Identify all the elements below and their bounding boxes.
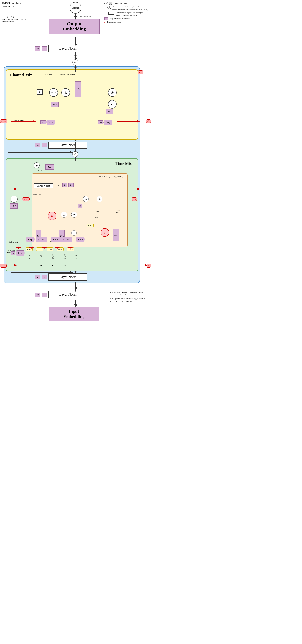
lora-k: Lora — [47, 248, 53, 251]
channel-mix-label: Channel Mix — [10, 73, 32, 77]
lj-bj-params: lⱼ bⱼ — [62, 183, 74, 187]
square-relu-label: Square ReLU (3.5x model dimension) — [45, 74, 75, 76]
mu-x-group: μₓ Lerp — [11, 250, 25, 256]
sigma-circle: σ — [108, 100, 117, 108]
uj-param: uⱼ — [78, 204, 82, 208]
a-t-minus1-j-left: aₜ₋₁,ⱼ — [22, 197, 30, 201]
wkv-heads-label: WKV Heads j in range(D/64) — [98, 175, 123, 178]
a-t-j-right: aₜ,ⱼ — [132, 197, 137, 201]
x-prime-t-minus1-label: x′ₜ₋₁ — [0, 119, 7, 123]
circle-a-wvj: a — [100, 228, 109, 237]
top-b-param: b — [42, 46, 47, 51]
channel-layer-norm: Layer Norm — [48, 142, 87, 149]
diagram-title: RWKV in one diagram (RWKV-6.0) — [2, 2, 23, 8]
lerp-k: Lerp — [51, 237, 60, 242]
input-embedding-box: InputEmbedding — [49, 306, 99, 322]
time-b-param: b — [42, 275, 47, 279]
pre-w-param: w — [35, 292, 41, 297]
t-circle: T — [71, 230, 77, 236]
circle-a-state: a — [48, 212, 56, 220]
lerp-v: Lerp — [76, 237, 85, 242]
plus-circle-mid: ⊕ — [72, 151, 78, 157]
wk-prime-matrix: W′ₖ — [51, 102, 59, 107]
lora-g: Lora — [26, 248, 33, 251]
token-shift-time-label: Token Shift — [9, 240, 19, 243]
lerp-r: Lerp — [38, 237, 47, 242]
legend-arrows: - Arrows and rounded rectangles: vectors… — [112, 6, 149, 11]
grkwv-labels: G R K W V — [25, 264, 81, 267]
wkv-heads-block: WKV Heads j in range(D/64) Layer Normj ※… — [32, 173, 127, 248]
lora-v: Lora — [67, 248, 74, 251]
output-embedding-box: Output Embedding — [49, 19, 100, 34]
wv-prime-matrix: W′ᵥ — [75, 82, 81, 97]
channel-mix-block: Channel Mix Square ReLU (3.5x model dime… — [6, 69, 138, 140]
channel-b-param: b — [42, 143, 47, 148]
top-w-param: w — [35, 46, 41, 51]
top-layer-norm-row: w b Layer Norm — [35, 45, 87, 52]
lora-row: Lora Lora Lora Lora Lora — [26, 248, 74, 251]
time-mix-label: Time Mix — [115, 162, 132, 166]
mu-k-prime-group: μ′ₖ Lerp — [41, 120, 55, 125]
legend-circles: - Circles: operators — [113, 2, 126, 5]
plus-circle-wkv: ⊕ — [97, 196, 102, 202]
lerp-row: Lerp Lerp Lerp Lerp Lerp — [26, 237, 85, 242]
lerp-x: Lerp — [16, 250, 25, 256]
wo-param: Wₒ — [45, 164, 54, 170]
asterisk-j: ※ — [58, 184, 60, 187]
time-layer-norm: Layer Norm — [48, 274, 87, 280]
lora-params-row: Aᵍ μᵍ Bᵍ Aʳ μʳ Bʳ Aᵏ μᵏ Bᵏ Aʷ μʷ Bʷ Aᵛ μ — [25, 254, 81, 260]
zero-box: 0 — [37, 89, 43, 95]
rank1-label: 64×64 (rank 1) — [116, 210, 121, 214]
wvj-param: Wᵥ,ⱼ — [113, 229, 119, 241]
wr-prime-matrix: W′ᵣ — [106, 109, 113, 114]
flatten-label: Flatten — [37, 169, 42, 171]
neg-exp-label: -exp — [94, 216, 98, 218]
x-t-minus1-label: xₜ₋₁ — [0, 264, 7, 268]
token-shift-channel-label: Token Shift — [14, 120, 24, 122]
multiply-circle-channel2: ⊗ — [108, 88, 117, 97]
time-ln-row: w b Layer Norm — [35, 274, 87, 280]
arrow-time-ln — [75, 283, 77, 290]
layer-norm-j: Layer Normj — [34, 183, 53, 188]
dimension-v-label: Dimension V — [80, 15, 91, 18]
pre-ln-row: w b Layer Norm — [35, 291, 87, 298]
pre-b-param: b — [42, 292, 47, 297]
legend-purple: - Purple: trainable parameters — [109, 18, 130, 20]
diagram-canvas: RWKV in one diagram (RWKV-6.0) The origi… — [0, 0, 151, 322]
star-multiply: ∗ — [83, 196, 89, 202]
legend-red: - Red: internal states — [106, 21, 121, 24]
pre-layer-norm: Layer Norm — [48, 291, 87, 298]
time-mix-block: Time Mix Wₒ ⊗ Flatten WKV Heads j in ran… — [6, 158, 138, 272]
plus-circle-state: ⊕ — [61, 212, 67, 218]
channel-ln-row: w b Layer Norm — [35, 142, 87, 149]
lora-inner-box: Lora — [87, 224, 94, 227]
star-multiply-state: ∗ — [71, 212, 77, 218]
legend: a ⊗ - Circles: operators ← 0 - Arrows an… — [104, 2, 149, 24]
channel-w-param: w — [35, 143, 41, 148]
legend-double-arrows: - Double arrows, squares and rectangles:… — [115, 12, 149, 17]
softmax-circle: Softmax — [70, 2, 81, 14]
o-prime-t-label: o′ₜ — [138, 70, 143, 74]
plus-circle-top: ⊕ — [72, 59, 78, 65]
dim-64x64-label: dim 64×64 — [33, 193, 41, 195]
multiply-circle-channel: ⊗ — [61, 88, 70, 97]
top-layer-norm: Layer Norm — [48, 45, 87, 52]
wg-param: Wᵍ — [10, 204, 18, 208]
silu-circle: SiLU — [11, 196, 18, 203]
lerp-r-prime: Lerp — [103, 120, 112, 125]
time-w-param: w — [35, 275, 41, 279]
exp-label: exp — [96, 210, 99, 212]
diagram-note: The original diagram on RWKV.com was wro… — [2, 16, 27, 23]
x-prime-t-label: x′ₜ — [146, 119, 151, 123]
multiply-circle-time: ⊗ — [34, 162, 40, 168]
lora-r: Lora — [36, 248, 43, 251]
mu-r-prime-group: μ′ᵣ Lerp — [98, 120, 112, 125]
lora-w: Lora — [57, 248, 64, 251]
lerp-k-prime: Lerp — [46, 120, 55, 125]
footnotes: ※ ※ The Layer Norm with respect to heads… — [110, 291, 149, 303]
lerp-g: Lerp — [26, 237, 35, 242]
max-circle: max — [49, 88, 58, 97]
lerp-w: Lerp — [63, 237, 72, 242]
x-t-label: xₜ — [146, 264, 151, 268]
